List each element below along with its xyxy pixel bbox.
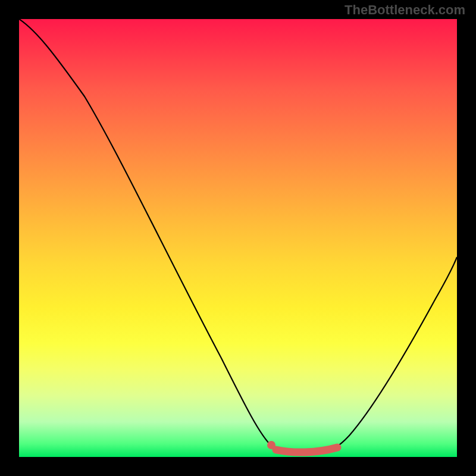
bottleneck-curve-line	[19, 19, 457, 454]
watermark-text: TheBottleneck.com	[345, 2, 465, 18]
optimal-range-marker	[276, 447, 337, 452]
chart-plot-area	[19, 19, 457, 457]
chart-svg	[19, 19, 457, 457]
